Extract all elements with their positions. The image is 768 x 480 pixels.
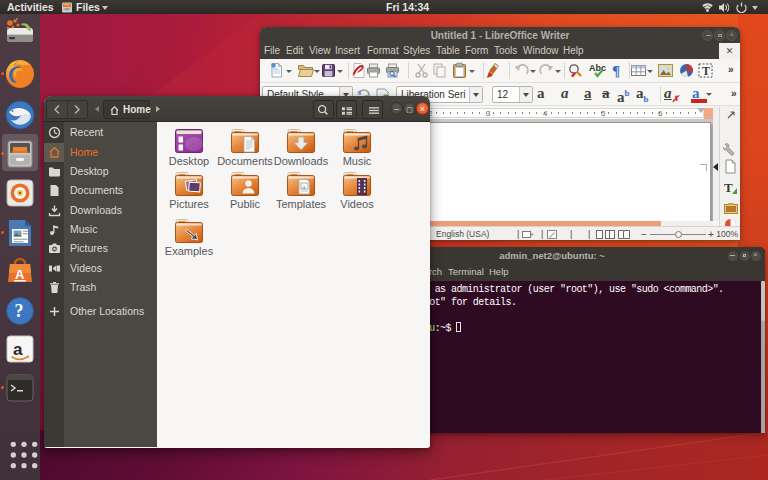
svg-text:?: ? xyxy=(15,301,24,321)
svg-text:a: a xyxy=(13,340,23,359)
svg-text:Abc: Abc xyxy=(589,63,606,73)
svg-text:T: T xyxy=(702,64,710,78)
svg-text:¶: ¶ xyxy=(612,63,620,79)
svg-text:a: a xyxy=(303,184,306,190)
svg-text:A: A xyxy=(15,267,25,282)
svg-text:T: T xyxy=(724,180,733,195)
